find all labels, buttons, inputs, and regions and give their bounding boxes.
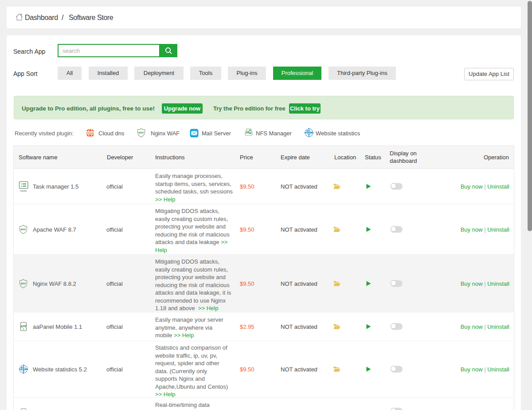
svg-text:WAF: WAF bbox=[20, 228, 26, 231]
svg-text:APP: APP bbox=[20, 324, 27, 328]
svg-text:WAF: WAF bbox=[138, 131, 144, 134]
svg-text:WAF: WAF bbox=[20, 282, 26, 285]
svg-text:DDNS: DDNS bbox=[86, 131, 94, 134]
